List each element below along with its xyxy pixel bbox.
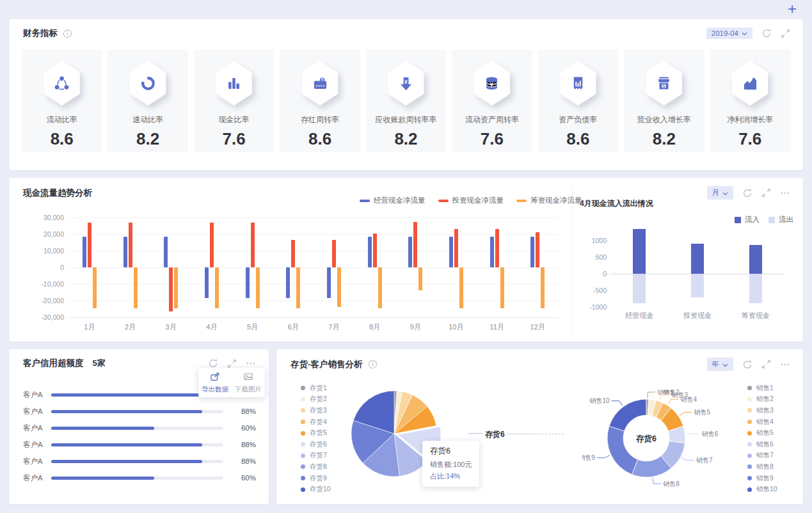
legend-dot bbox=[747, 442, 752, 446]
expand-icon[interactable] bbox=[761, 359, 771, 369]
period-dropdown[interactable]: 2019-04 bbox=[706, 28, 752, 39]
legend-item[interactable]: 流入 bbox=[735, 215, 760, 225]
bar-经营现金净流量 bbox=[205, 267, 209, 298]
expand-icon[interactable] bbox=[227, 359, 237, 368]
bar-筹资现金净流量 bbox=[541, 267, 545, 308]
inventory-legend-item[interactable]: 存货5 bbox=[301, 427, 346, 439]
image-icon bbox=[243, 372, 253, 383]
sales-legend-item[interactable]: 销售9 bbox=[747, 473, 792, 484]
refresh-icon[interactable] bbox=[742, 359, 752, 370]
metric-card[interactable]: 流动比率8.6 bbox=[22, 50, 102, 152]
legend-label: 存货7 bbox=[310, 451, 327, 460]
inventory-legend-item[interactable]: 存货7 bbox=[301, 450, 346, 462]
refresh-icon[interactable] bbox=[208, 358, 218, 368]
inventory-legend-item[interactable]: 存货8 bbox=[301, 461, 346, 473]
bar-group bbox=[150, 217, 191, 317]
y-axis-label: -500 bbox=[577, 287, 607, 294]
sales-legend-item[interactable]: 销售10 bbox=[747, 484, 792, 495]
y-axis-label: 20,000 bbox=[27, 230, 64, 238]
legend-label: 销售5 bbox=[756, 429, 774, 438]
legend-item[interactable]: 流出 bbox=[768, 215, 793, 225]
export-data-menu-item[interactable]: 导出数据 bbox=[198, 368, 232, 397]
bar-group bbox=[191, 217, 232, 317]
info-icon[interactable] bbox=[368, 359, 378, 369]
x-axis-label: 12月 bbox=[517, 322, 558, 332]
sales-legend-item[interactable]: 销售3 bbox=[747, 405, 792, 416]
more-icon[interactable] bbox=[246, 358, 256, 368]
refresh-icon[interactable] bbox=[761, 28, 772, 38]
inventory-pie-legend: 存货1存货2存货3存货4存货5存货6存货7存货8存货9存货10 bbox=[301, 383, 346, 495]
credit-row: 客户A88% bbox=[23, 403, 256, 420]
metric-value: 8.6 bbox=[51, 129, 74, 149]
legend-label: 存货2 bbox=[310, 395, 327, 404]
metric-card[interactable]: ¥应收账款周转率率8.2 bbox=[366, 50, 446, 152]
april-inout-chart: 4月现金流入流出情况 流入流出 10005000-500-1000经营现金投资现… bbox=[575, 198, 799, 334]
credit-bar-track bbox=[51, 393, 223, 397]
download-image-menu-item[interactable]: 下载图片 bbox=[232, 368, 265, 397]
unit-dropdown-month[interactable]: 月 bbox=[707, 186, 734, 200]
cashflow-trend-panel: 现金流量趋势分析 月 经营现金净流量投资现金净流量筹资现金净流量 30,0002… bbox=[9, 178, 803, 342]
pie-tooltip-percent: 占比:14% bbox=[430, 471, 472, 481]
metric-card[interactable]: $存红周转率8.6 bbox=[280, 50, 360, 152]
sales-legend-item[interactable]: 销售4 bbox=[747, 416, 792, 428]
donut-callout-line bbox=[680, 413, 692, 416]
sales-legend-item[interactable]: 销售5 bbox=[747, 427, 792, 439]
bar-流入 bbox=[691, 244, 704, 274]
info-icon[interactable] bbox=[63, 29, 72, 38]
bar-group bbox=[436, 217, 477, 317]
metric-value: 7.6 bbox=[481, 129, 504, 149]
inventory-legend-item[interactable]: 存货9 bbox=[301, 473, 346, 484]
legend-marker bbox=[768, 217, 775, 223]
sales-legend-item[interactable]: 销售8 bbox=[747, 461, 792, 473]
bar-流入 bbox=[633, 229, 646, 274]
metric-card[interactable]: $营业收入增长率8.2 bbox=[624, 50, 704, 152]
add-widget-button[interactable]: + bbox=[788, 1, 797, 17]
legend-label: 流入 bbox=[745, 215, 760, 225]
metric-card[interactable]: ¥流动资产周转率7.6 bbox=[452, 50, 532, 152]
sales-legend-item[interactable]: 销售1 bbox=[747, 383, 792, 394]
donut-callout-label: 销售10 bbox=[589, 397, 610, 404]
credit-percent-value: 88% bbox=[234, 457, 256, 465]
expand-icon[interactable] bbox=[761, 188, 771, 198]
metric-card[interactable]: 速动比率8.2 bbox=[107, 50, 187, 152]
period-dropdown-value: 2019-04 bbox=[712, 29, 738, 37]
bar-chart-icon bbox=[214, 61, 255, 106]
metric-value: 7.6 bbox=[223, 129, 246, 149]
legend-item[interactable]: 经营现金净流量 bbox=[360, 196, 426, 205]
inventory-legend-item[interactable]: 存货2 bbox=[301, 394, 346, 406]
bar-流出 bbox=[633, 274, 646, 303]
receipt-bars-icon bbox=[557, 61, 598, 106]
credit-customer-label: 客户A bbox=[23, 457, 51, 466]
metric-card[interactable]: 净利润增长率7.6 bbox=[710, 50, 790, 152]
sales-legend-item[interactable]: 销售6 bbox=[747, 439, 792, 450]
trend-up-icon bbox=[729, 61, 770, 106]
axis-tick bbox=[605, 257, 609, 258]
april-inout-title: 4月现金流入流出情况 bbox=[580, 198, 799, 209]
refresh-icon[interactable] bbox=[742, 188, 752, 198]
metric-card[interactable]: 现金比率7.6 bbox=[194, 50, 274, 152]
inventory-legend-item[interactable]: 存货1 bbox=[301, 383, 346, 394]
inventory-legend-item[interactable]: 存货4 bbox=[301, 416, 346, 428]
legend-label: 存货5 bbox=[310, 429, 327, 438]
inventory-legend-item[interactable]: 存货3 bbox=[301, 405, 346, 416]
metric-value: 8.2 bbox=[394, 129, 417, 149]
svg-text:¥: ¥ bbox=[404, 79, 408, 85]
unit-dropdown-year[interactable]: 年 bbox=[707, 358, 734, 371]
inventory-legend-item[interactable]: 存货6 bbox=[301, 439, 346, 450]
dashboard-page: + 财务指标 2019-04 流动比率8.6速动比率8.2现金比率7.6$存红周… bbox=[0, 0, 812, 513]
metric-card[interactable]: 资产负债率8.6 bbox=[538, 50, 618, 152]
inventory-legend-item[interactable]: 存货10 bbox=[301, 484, 346, 495]
more-icon[interactable] bbox=[780, 359, 790, 370]
expand-icon[interactable] bbox=[781, 29, 790, 38]
bar-筹资现金净流量 bbox=[418, 267, 422, 290]
sales-legend-item[interactable]: 销售2 bbox=[747, 394, 792, 406]
more-icon[interactable] bbox=[780, 188, 790, 198]
legend-item[interactable]: 投资现金净流量 bbox=[438, 196, 504, 205]
bar-筹资现金净流量 bbox=[93, 267, 97, 308]
y-axis-label: -20,000 bbox=[27, 297, 64, 304]
y-axis-label: 10,000 bbox=[27, 247, 64, 255]
sales-legend-item[interactable]: 销售7 bbox=[747, 450, 792, 462]
credit-customer-label: 客户A bbox=[23, 390, 51, 400]
legend-dot bbox=[747, 386, 752, 390]
donut-callout-line bbox=[681, 457, 694, 460]
